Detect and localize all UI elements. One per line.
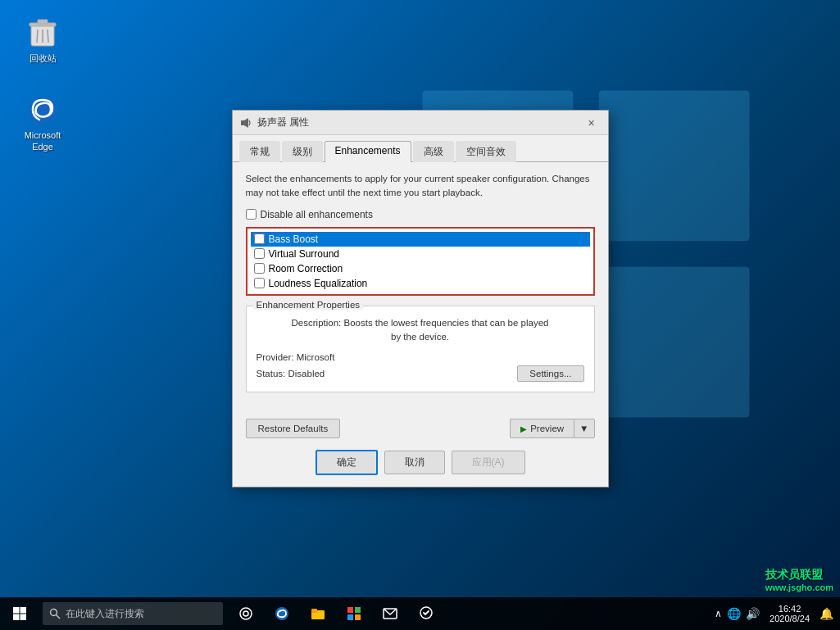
svg-rect-15: [13, 614, 20, 621]
watermark-line1: 技术员联盟: [765, 568, 833, 582]
taskbar-center-icons: [229, 597, 443, 630]
svg-rect-26: [355, 607, 361, 613]
taskbar-date-text: 2020/8/24: [770, 614, 810, 623]
svg-rect-24: [311, 609, 317, 612]
bass-boost-label: Bass Boost: [269, 233, 319, 245]
preview-label: Preview: [530, 424, 564, 433]
loudness-equalization-label: Loudness Equalization: [269, 278, 368, 289]
file-explorer-taskbar-icon[interactable]: [302, 597, 334, 630]
prop-provider-row: Provider: Microsoft: [257, 352, 584, 362]
svg-rect-27: [347, 614, 353, 620]
properties-group-label: Enhancement Properties: [253, 300, 364, 310]
taskbar-right: ∧ 🌐 🔊 16:42 2020/8/24 🔔: [715, 604, 840, 623]
svg-point-19: [240, 608, 252, 619]
start-button[interactable]: [0, 597, 39, 630]
dialog-overlay: 扬声器 属性 × 常规 级别 Enhancements 高级 空间音效 Sele…: [0, 0, 840, 597]
disable-all-row: Disable all enhancements: [246, 209, 595, 220]
svg-rect-13: [13, 607, 20, 614]
dialog-title-text: 扬声器 属性: [257, 116, 582, 129]
svg-rect-25: [347, 607, 353, 613]
network-icon[interactable]: 🌐: [727, 607, 741, 620]
tab-gaoji[interactable]: 高级: [413, 141, 454, 162]
tab-space[interactable]: 空间音效: [456, 141, 516, 162]
search-icon: [49, 608, 61, 619]
ok-button[interactable]: 确定: [316, 450, 378, 475]
enhancement-bass-boost[interactable]: Bass Boost: [251, 232, 590, 247]
enhancement-virtual-surround[interactable]: Virtual Surround: [251, 247, 590, 261]
windows-logo-icon: [12, 606, 27, 621]
notification-icons: ∧ 🌐 🔊: [715, 607, 760, 620]
search-placeholder: 在此键入进行搜索: [66, 607, 144, 621]
dialog-actions: 确定 取消 应用(A): [233, 450, 608, 487]
task-view-button[interactable]: [229, 597, 262, 630]
dialog-titlebar[interactable]: 扬声器 属性 ×: [233, 111, 608, 135]
dialog-tabs: 常规 级别 Enhancements 高级 空间音效: [233, 135, 608, 162]
store-taskbar-icon[interactable]: [338, 597, 370, 630]
properties-content: Description: Boosts the lowest frequenci…: [257, 313, 584, 383]
apply-button: 应用(A): [452, 451, 525, 474]
prop-description: Description: Boosts the lowest frequenci…: [257, 316, 584, 345]
disable-all-checkbox-label[interactable]: Disable all enhancements: [246, 209, 373, 220]
chevron-up-icon[interactable]: ∧: [715, 608, 722, 619]
description-text: Select the enhancements to apply for you…: [246, 172, 595, 201]
play-icon: ▶: [520, 424, 527, 433]
tab-changgui[interactable]: 常规: [239, 141, 280, 162]
room-correction-label: Room Correction: [269, 263, 343, 274]
disable-all-label: Disable all enhancements: [261, 209, 373, 220]
svg-marker-12: [244, 118, 248, 128]
room-correction-checkbox[interactable]: [254, 263, 265, 274]
prop-provider: Provider: Microsoft: [257, 352, 335, 362]
loudness-equalization-checkbox[interactable]: [254, 278, 265, 288]
notification-bell-icon[interactable]: 🔔: [820, 607, 833, 620]
mail-taskbar-icon[interactable]: [374, 597, 406, 630]
tab-enhancements[interactable]: Enhancements: [325, 141, 411, 162]
svg-rect-14: [20, 607, 27, 614]
virtual-surround-label: Virtual Surround: [269, 248, 340, 260]
tab-jibie[interactable]: 级别: [282, 141, 323, 162]
svg-rect-16: [20, 614, 27, 621]
enhancement-list: Bass Boost Virtual Surround Room Correct…: [246, 227, 595, 296]
security-taskbar-icon[interactable]: [410, 597, 443, 630]
virtual-surround-checkbox[interactable]: [254, 248, 265, 259]
volume-icon[interactable]: 🔊: [746, 607, 760, 620]
dialog-footer: Restore Defaults ▶ Preview ▼: [233, 412, 608, 450]
prop-status-row: Status: Disabled Settings...: [257, 365, 584, 382]
watermark: 技术员联盟 www.jsgho.com: [765, 568, 833, 592]
desktop: 回收站 MicrosoftEdge 扬声器: [0, 0, 840, 630]
taskbar-time-text: 16:42: [779, 604, 801, 614]
watermark-line2: www.jsgho.com: [765, 582, 833, 592]
enhancement-room-correction[interactable]: Room Correction: [251, 261, 590, 276]
bass-boost-checkbox[interactable]: [254, 233, 265, 244]
speaker-icon: [239, 116, 252, 129]
svg-point-20: [243, 611, 248, 616]
preview-group: ▶ Preview ▼: [510, 419, 594, 438]
preview-dropdown-button[interactable]: ▼: [574, 419, 594, 438]
enhancement-loudness-equalization[interactable]: Loudness Equalization: [251, 276, 590, 291]
taskbar-search[interactable]: 在此键入进行搜索: [43, 602, 223, 625]
taskbar: 在此键入进行搜索: [0, 597, 840, 630]
restore-defaults-button[interactable]: Restore Defaults: [246, 419, 341, 438]
edge-taskbar-icon[interactable]: [266, 597, 298, 630]
settings-button[interactable]: Settings...: [517, 365, 583, 382]
preview-button[interactable]: ▶ Preview: [510, 419, 574, 438]
prop-status: Status: Disabled: [257, 369, 325, 378]
svg-rect-28: [355, 614, 361, 620]
svg-point-17: [51, 610, 57, 616]
dialog-close-button[interactable]: ×: [582, 113, 602, 133]
svg-line-18: [57, 615, 61, 619]
taskbar-clock[interactable]: 16:42 2020/8/24: [766, 604, 813, 623]
svg-rect-11: [241, 120, 244, 125]
speaker-properties-dialog: 扬声器 属性 × 常规 级别 Enhancements 高级 空间音效 Sele…: [232, 110, 609, 487]
dialog-content: Select the enhancements to apply for you…: [233, 162, 608, 412]
enhancement-properties-group: Enhancement Properties Description: Boos…: [246, 306, 595, 393]
disable-all-checkbox[interactable]: [246, 209, 257, 220]
cancel-button[interactable]: 取消: [384, 451, 445, 474]
